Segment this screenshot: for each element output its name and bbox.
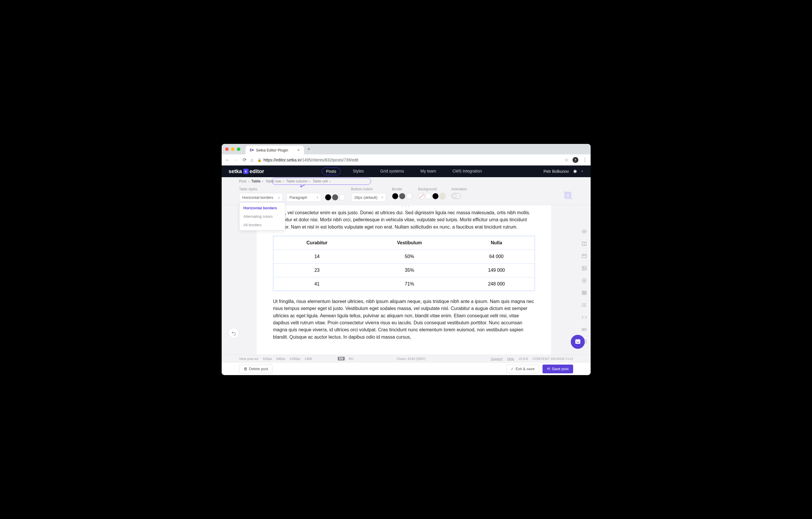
columns-icon[interactable] — [581, 241, 587, 247]
intercom-widget[interactable] — [571, 335, 585, 349]
code-icon[interactable] — [581, 315, 587, 320]
swatch-white[interactable] — [406, 193, 412, 199]
view-as-label: View post as: — [239, 357, 259, 360]
bottom-indent-label: Bottom indent — [351, 187, 386, 191]
back-icon[interactable]: ← — [225, 157, 230, 163]
right-tool-rail — [578, 205, 591, 355]
undo-button[interactable] — [229, 328, 239, 338]
window-icon[interactable] — [581, 253, 587, 259]
table-cell[interactable]: 64 000 — [458, 250, 534, 263]
svg-rect-0 — [250, 148, 251, 152]
width-option[interactable]: 1200px — [289, 357, 300, 360]
caret-down-icon: ▾ — [317, 196, 318, 199]
lang-en[interactable]: EN — [338, 357, 345, 360]
width-option[interactable]: 940px — [276, 357, 285, 360]
nav-grid-systems[interactable]: Grid systems — [376, 168, 408, 175]
tab-close-icon[interactable]: × — [297, 148, 299, 153]
new-tab-icon[interactable]: + — [308, 146, 311, 153]
width-option[interactable]: 1400 — [304, 357, 312, 360]
table-header-cell[interactable]: Vestibulum — [361, 236, 458, 250]
breadcrumb-table-column[interactable]: Table column — [286, 179, 308, 183]
table-cell[interactable]: 71% — [361, 277, 458, 291]
drag-handle-icon[interactable]: • • • — [402, 205, 410, 208]
bookmark-icon[interactable]: ☆ — [564, 157, 569, 163]
table-row[interactable]: 14 50% 64 000 — [273, 250, 535, 263]
svg-point-7 — [563, 191, 565, 193]
breadcrumb-table[interactable]: Table — [252, 179, 261, 183]
dropdown-alternating-colors[interactable]: Alternating colors — [239, 212, 285, 221]
table-row[interactable]: 23 35% 149 000 — [273, 263, 535, 277]
bottom-indent-select[interactable]: 26px (default) ▾ — [351, 193, 386, 202]
table-header-row[interactable]: Curabitur Vestibulum Nulla — [273, 236, 535, 250]
swatch-none[interactable] — [418, 193, 425, 199]
animation-toggle-icon[interactable] — [452, 193, 461, 199]
swatch-gray[interactable] — [332, 194, 338, 200]
swatch-black[interactable] — [325, 194, 331, 200]
help-link[interactable]: Help — [507, 357, 514, 360]
browser-tab[interactable]: Setka Editor Plugin × — [245, 146, 304, 155]
reload-icon[interactable]: ⟳ — [243, 157, 246, 163]
star-icon[interactable] — [581, 278, 587, 283]
content-table[interactable]: Curabitur Vestibulum Nulla 14 50% 64 000… — [273, 236, 535, 291]
browser-menu-icon[interactable]: ⋮ — [582, 157, 587, 163]
swatch-black[interactable] — [432, 193, 439, 199]
breadcrumb-post[interactable]: Post — [239, 179, 246, 183]
swatch-gray[interactable] — [399, 193, 405, 199]
svg-point-15 — [583, 267, 584, 268]
nav-styles[interactable]: Styles — [349, 168, 368, 175]
list-icon[interactable] — [581, 302, 587, 308]
table-cell[interactable]: 149 000 — [458, 263, 534, 277]
swatch-white[interactable] — [425, 193, 432, 199]
caret-up-icon: ▴ — [278, 196, 280, 199]
svg-point-26 — [582, 305, 583, 305]
user-name[interactable]: Petr Bolkunov — [543, 169, 569, 174]
width-option[interactable]: 620px — [263, 357, 272, 360]
tab-title: Setka Editor Plugin — [256, 148, 288, 153]
swatch-black[interactable] — [392, 193, 399, 199]
swatch-cream[interactable] — [439, 193, 446, 199]
paragraph-text[interactable]: Ut fringilla, risus elementum laoreet ul… — [273, 298, 535, 340]
nav-my-team[interactable]: My team — [416, 168, 440, 175]
paragraph-text[interactable]: s velit, vel consectetur enim ex quis ju… — [273, 209, 535, 230]
table-cell[interactable]: 14 — [273, 250, 361, 263]
minimize-window-icon[interactable] — [231, 147, 234, 151]
lang-ru[interactable]: RU — [349, 357, 354, 360]
table-header-cell[interactable]: Nulla — [458, 236, 534, 250]
table-style-select[interactable]: Horizontal borders ▴ — [239, 193, 283, 202]
settings-caret-icon[interactable]: ▼ — [581, 170, 584, 173]
nav-cms-integration[interactable]: CMS Integration — [448, 168, 486, 175]
url-field[interactable]: 🔒 https://editor.setka.io/1495/clients/8… — [257, 158, 560, 162]
table-cell[interactable]: 23 — [273, 263, 361, 277]
maximize-window-icon[interactable] — [237, 147, 240, 151]
breadcrumb-table-cell[interactable]: Table cell — [312, 179, 327, 183]
close-window-icon[interactable] — [225, 147, 229, 151]
table-cell[interactable]: 41 — [273, 277, 361, 291]
dropdown-all-borders[interactable]: All borders — [239, 221, 285, 229]
trash-icon: 🗑 — [243, 366, 247, 371]
home-icon[interactable]: ⌂ — [251, 157, 254, 163]
settings-gear-icon[interactable]: ✱ — [573, 169, 577, 174]
nav-posts[interactable]: Posts — [322, 168, 341, 175]
post-page[interactable]: s velit, vel consectetur enim ex quis ju… — [257, 205, 551, 355]
table-cell[interactable]: 35% — [361, 263, 458, 277]
svg-rect-2 — [252, 149, 254, 151]
app-logo[interactable]: setka s editor — [229, 168, 264, 174]
eye-icon[interactable] — [581, 228, 587, 235]
delete-post-button[interactable]: 🗑 Delete post — [239, 364, 273, 373]
dropdown-horizontal-borders[interactable]: Horizontal borders — [239, 204, 285, 212]
save-post-button[interactable]: ⟲ Save post — [543, 364, 573, 373]
breadcrumb-table-row[interactable]: Table row — [265, 179, 281, 183]
table-row[interactable]: 41 71% 248 000 — [273, 277, 535, 291]
table-icon[interactable] — [581, 290, 587, 296]
paragraph-select[interactable]: Paragraph ▾ — [286, 193, 321, 202]
exit-save-button[interactable]: ✓ Exit & save — [506, 364, 539, 373]
profile-avatar-icon[interactable] — [573, 157, 578, 163]
battery-icon[interactable] — [581, 327, 587, 332]
svg-point-25 — [582, 304, 583, 304]
support-link[interactable]: Support — [491, 357, 502, 360]
image-icon[interactable] — [581, 265, 587, 271]
table-header-cell[interactable]: Curabitur — [273, 236, 361, 250]
table-cell[interactable]: 50% — [361, 250, 458, 263]
table-cell[interactable]: 248 000 — [458, 277, 534, 291]
swatch-white[interactable] — [339, 194, 345, 200]
